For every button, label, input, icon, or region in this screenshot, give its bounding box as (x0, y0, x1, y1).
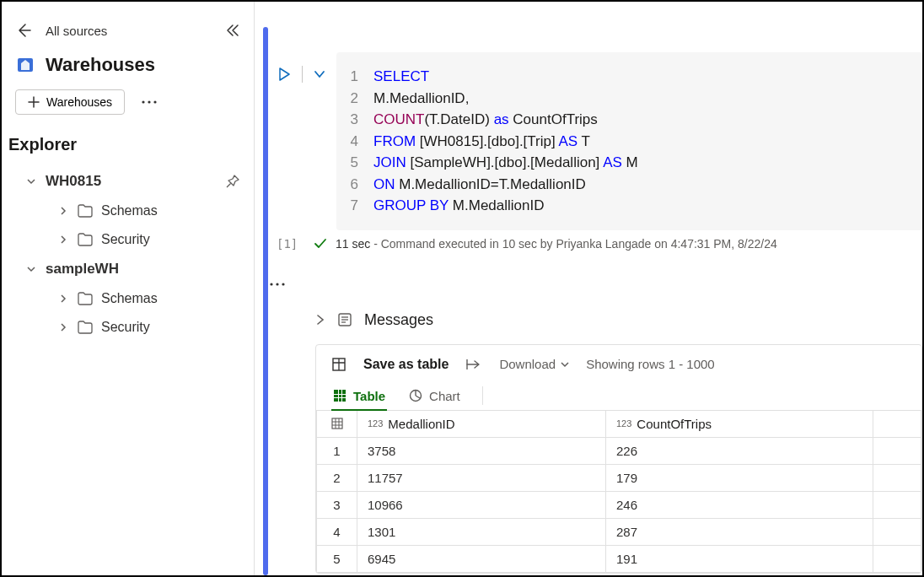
tree-node-label: WH0815 (46, 173, 101, 190)
download-button[interactable]: Download (499, 357, 569, 371)
check-icon (314, 237, 327, 251)
folder-icon (78, 292, 93, 305)
results-card: Save as table Download Showing rows 1 - … (315, 344, 922, 574)
chevron-down-icon (561, 360, 569, 369)
run-button[interactable] (277, 67, 292, 82)
chevron-down-icon (25, 177, 37, 186)
svg-point-1 (142, 100, 144, 103)
messages-label: Messages (364, 311, 433, 329)
svg-rect-15 (334, 390, 338, 394)
tree-child-label: Security (101, 232, 150, 247)
svg-point-5 (276, 283, 278, 285)
svg-point-6 (282, 283, 284, 285)
table-row[interactable]: 13758226 (317, 437, 921, 464)
tab-table[interactable]: Table (331, 382, 387, 410)
sql-editor[interactable]: 1SELECT2M.MedallionID,3COUNT(T.DateID) a… (336, 52, 922, 230)
tree-child-label: Security (101, 320, 150, 335)
back-arrow-icon[interactable] (15, 22, 32, 39)
table-row[interactable]: 56945191 (317, 545, 921, 572)
chevron-down-icon (25, 265, 37, 273)
folder-icon (78, 233, 93, 246)
add-warehouse-button[interactable]: Warehouses (15, 89, 125, 115)
svg-point-4 (270, 283, 272, 285)
tab-label: Table (353, 389, 385, 403)
collapse-panel-icon[interactable] (225, 23, 240, 38)
svg-point-3 (153, 100, 156, 103)
tree-node-schemas[interactable]: Schemas (8, 197, 247, 225)
svg-rect-17 (342, 390, 346, 394)
table-icon (331, 357, 346, 372)
sidebar-top-row: All sources (2, 8, 254, 46)
results-table: 123 MedallionID 123 CountOfTrips 1375822… (316, 410, 921, 573)
run-dropdown-icon[interactable] (313, 67, 326, 81)
chevron-right-icon (57, 323, 69, 332)
chart-icon (409, 389, 422, 402)
download-icon (465, 358, 482, 371)
column-header-empty (873, 410, 921, 437)
chevron-right-icon (57, 235, 69, 244)
svg-rect-23 (342, 398, 346, 402)
editor-row: 1SELECT2M.MedallionID,3COUNT(T.DateID) a… (268, 2, 922, 230)
main-content: 1SELECT2M.MedallionID,3COUNT(T.DateID) a… (268, 2, 922, 575)
table-row[interactable]: 310966246 (317, 491, 921, 518)
explorer-tree: WH0815 Schemas Security sampleWH Schemas (2, 166, 254, 342)
warehouses-chip-row: Warehouses (2, 86, 254, 128)
sidebar: All sources Warehouses Warehouses Explor… (2, 2, 255, 575)
status-index: [1] (271, 237, 305, 251)
tree-child-label: Schemas (101, 291, 158, 306)
cell-menu-button[interactable] (268, 251, 922, 289)
tree-node-schemas[interactable]: Schemas (8, 284, 247, 313)
warehouses-header: Warehouses (2, 46, 254, 86)
tree-node-security[interactable]: Security (8, 225, 247, 254)
warehouse-icon (15, 55, 35, 75)
execution-status: [1] 11 sec - Command executed in 10 sec … (268, 230, 922, 251)
results-tabs: Table Chart (316, 379, 921, 410)
svg-point-2 (148, 100, 150, 103)
column-header-countoftrips[interactable]: 123 CountOfTrips (606, 410, 873, 437)
tree-child-label: Schemas (101, 203, 158, 218)
showing-rows-label: Showing rows 1 - 1000 (586, 357, 715, 371)
separator (302, 66, 303, 83)
status-text: 11 sec - Command executed in 10 sec by P… (336, 237, 777, 251)
tab-chart[interactable]: Chart (407, 382, 462, 410)
messages-toggle[interactable]: Messages (315, 308, 922, 344)
table-corner (317, 410, 357, 437)
tree-node-samplewh[interactable]: sampleWH (8, 254, 247, 284)
explorer-heading: Explorer (2, 128, 254, 166)
results-toolbar: Save as table Download Showing rows 1 - … (316, 345, 921, 379)
run-controls (271, 52, 326, 83)
tree-node-wh0815[interactable]: WH0815 (8, 166, 247, 197)
svg-rect-16 (339, 390, 341, 394)
tree-node-security[interactable]: Security (8, 313, 247, 342)
messages-icon (337, 312, 352, 327)
tree-node-label: sampleWH (46, 261, 119, 278)
folder-icon (78, 204, 93, 218)
pin-icon[interactable] (225, 174, 240, 189)
svg-rect-19 (339, 395, 341, 397)
table-row[interactable]: 41301287 (317, 518, 921, 545)
separator (482, 386, 483, 405)
table-row[interactable]: 211757179 (317, 464, 921, 491)
column-header-medallionid[interactable]: 123 MedallionID (357, 410, 606, 437)
chevron-right-icon (315, 315, 325, 325)
svg-rect-18 (334, 395, 338, 397)
svg-rect-25 (332, 418, 342, 429)
all-sources-link[interactable]: All sources (46, 24, 225, 38)
svg-rect-21 (334, 398, 338, 402)
add-warehouse-label: Warehouses (46, 95, 112, 109)
folder-icon (78, 321, 93, 334)
save-as-table-button[interactable]: Save as table (363, 357, 449, 372)
chevron-right-icon (57, 207, 69, 215)
svg-rect-22 (339, 398, 341, 402)
grid-icon (333, 389, 346, 402)
more-actions-button[interactable] (142, 100, 157, 104)
results-panel: Messages Save as table Download Showing … (268, 289, 922, 574)
chevron-right-icon (57, 294, 69, 303)
tab-label: Chart (429, 389, 460, 403)
svg-rect-20 (342, 395, 346, 397)
plus-icon (28, 96, 40, 108)
warehouses-title: Warehouses (46, 54, 155, 76)
